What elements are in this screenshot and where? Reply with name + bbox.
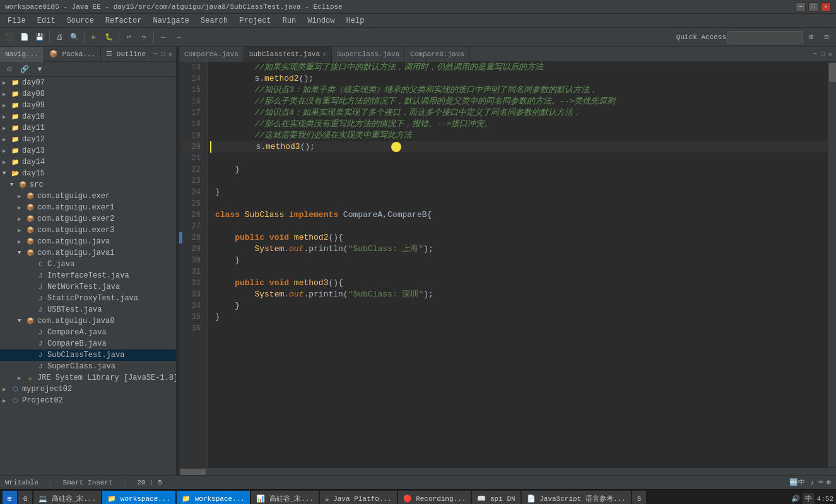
toolbar-btn-print[interactable]: 🖨 xyxy=(52,30,66,44)
editor-tab-subclasstest[interactable]: SubClassTest.java ✕ xyxy=(244,47,332,62)
code-string: "SubClass: 深圳" xyxy=(348,289,424,300)
taskbar-ime-cn[interactable]: 中 xyxy=(803,493,815,504)
editor-close-btn[interactable]: ✕ xyxy=(827,50,833,58)
toolbar-run[interactable]: ▶ xyxy=(87,30,101,44)
menu-help[interactable]: Help xyxy=(341,15,370,27)
tree-item-day14[interactable]: ▶ 📁 day14 xyxy=(0,156,176,168)
close-button[interactable]: ✕ xyxy=(821,3,831,11)
tree-item-pkg-exer[interactable]: ▶ 📦 com.atguigu.exer xyxy=(0,190,176,202)
menu-search[interactable]: Search xyxy=(196,15,233,27)
tab-label-subclasstest: SubClassTest.java xyxy=(249,50,320,58)
editor-tab-superclass[interactable]: SuperClass.java xyxy=(332,47,405,62)
toolbar-forward[interactable]: → xyxy=(172,30,185,44)
code-line-24: } xyxy=(210,187,827,198)
code-string: "SubClass: 上海" xyxy=(348,243,424,255)
taskbar-ppt1[interactable]: 📊 高硅谷_宋... xyxy=(251,491,319,505)
editor-scrollbar[interactable] xyxy=(827,62,836,467)
tree-item-pkg-java[interactable]: ▶ 📦 com.atguigu.java xyxy=(0,236,176,247)
scrollbar-thumb[interactable] xyxy=(829,63,836,82)
tree-item-usbtest[interactable]: J USBTest.java xyxy=(0,304,176,315)
code-text: .println( xyxy=(303,289,348,300)
panel-minimize-btn[interactable]: ─ xyxy=(152,50,158,58)
menu-window[interactable]: Window xyxy=(302,15,339,27)
code-editor[interactable]: 13 14 15 16 17 18 19 20 21 22 23 24 25 2… xyxy=(179,62,836,467)
toolbar-debug[interactable]: 🐛 xyxy=(102,30,116,44)
tree-item-pkg-java1[interactable]: ▼ 📦 com.atguigu.java1 xyxy=(0,247,176,259)
menu-refactor[interactable]: Refactor xyxy=(100,15,147,27)
taskbar-sougou[interactable]: S xyxy=(632,491,647,505)
editor-maximize-btn[interactable]: □ xyxy=(820,50,826,58)
minimize-button[interactable]: ─ xyxy=(796,3,806,11)
toolbar-perspective[interactable]: ⊞ xyxy=(804,30,818,44)
tree-item-subclasstest[interactable]: J SubClassTest.java xyxy=(0,349,176,361)
taskbar-workspace1[interactable]: 📁 workspace... xyxy=(102,491,175,505)
taskbar-recording[interactable]: 🔴 Recording... xyxy=(398,491,471,505)
taskbar-start[interactable]: ⊞ xyxy=(3,491,17,505)
code-content[interactable]: //如果实现类重写了接口中的默认方法，调用时，仍然调用的是重写以后的方法 s.m… xyxy=(208,62,827,467)
tree-item-day07[interactable]: ▶ 📁 day07 xyxy=(0,77,176,88)
toolbar-back[interactable]: ← xyxy=(156,30,170,44)
tree-item-staticproxy[interactable]: J StaticProxyTest.java xyxy=(0,293,176,304)
tree-item-pkg-exer1[interactable]: ▶ 📦 com.atguigu.exer1 xyxy=(0,202,176,213)
taskbar-api[interactable]: 📖 api DN xyxy=(472,491,520,505)
taskbar-workspace2[interactable]: 📁 workspace... xyxy=(177,491,250,505)
tab-package-explorer[interactable]: 📦 Packa... xyxy=(44,47,101,62)
tree-item-day13[interactable]: ▶ 📁 day13 xyxy=(0,145,176,156)
toolbar-btn-2[interactable]: 📄 xyxy=(18,30,32,44)
menu-edit[interactable]: Edit xyxy=(32,15,61,27)
toolbar-redo[interactable]: ↪ xyxy=(137,30,151,44)
toolbar-btn-3[interactable]: 💾 xyxy=(33,30,47,44)
tree-item-day10[interactable]: ▶ 📁 day10 xyxy=(0,111,176,122)
tab-outline[interactable]: ☰ Outline xyxy=(101,47,151,62)
tree-item-day09[interactable]: ▶ 📁 day09 xyxy=(0,100,176,111)
line-num-16: 16 xyxy=(182,96,203,107)
toolbar-perspective-2[interactable]: ⊟ xyxy=(820,30,833,44)
tree-item-myproject02[interactable]: ▶ ⬡ myproject02 xyxy=(0,384,176,395)
menu-source[interactable]: Source xyxy=(62,15,99,27)
panel-close-btn[interactable]: ✕ xyxy=(167,50,174,58)
tree-item-pkg-exer2[interactable]: ▶ 📦 com.atguigu.exer2 xyxy=(0,213,176,225)
h-scrollbar-thumb[interactable] xyxy=(180,469,206,475)
maximize-button[interactable]: □ xyxy=(808,3,818,11)
tree-item-superclass[interactable]: J SuperClass.java xyxy=(0,361,176,372)
java-icon: J xyxy=(35,327,45,337)
toolbar-btn-1[interactable]: ⬛ xyxy=(3,30,16,44)
tree-item-interfacetest[interactable]: J InterfaceTest.java xyxy=(0,270,176,281)
tree-filter-btn[interactable]: ▼ xyxy=(33,62,47,76)
tree-item-day12[interactable]: ▶ 📁 day12 xyxy=(0,134,176,145)
tree-collapse-btn[interactable]: ⊟ xyxy=(3,62,16,76)
tree-item-pkg-exer3[interactable]: ▶ 📦 com.atguigu.exer3 xyxy=(0,225,176,236)
tree-item-day11[interactable]: ▶ 📁 day11 xyxy=(0,122,176,134)
toolbar-btn-5[interactable]: 🔍 xyxy=(68,30,81,44)
editor-minimize-btn[interactable]: ─ xyxy=(812,50,818,58)
taskbar-chrome[interactable]: G xyxy=(18,491,33,505)
tree-link-btn[interactable]: 🔗 xyxy=(18,62,32,76)
quick-access-input[interactable] xyxy=(727,31,803,44)
tree-item-comparea[interactable]: J CompareA.java xyxy=(0,327,176,338)
panel-maximize-btn[interactable]: □ xyxy=(160,50,166,58)
bottom-scrollbar[interactable] xyxy=(179,467,836,475)
tree-item-day15[interactable]: ▼ 📂 day15 xyxy=(0,168,176,179)
menu-project[interactable]: Project xyxy=(234,15,276,27)
tree-item-c-java[interactable]: C C.java xyxy=(0,259,176,270)
tab-close-subclasstest[interactable]: ✕ xyxy=(322,50,326,58)
line-num-29: 29 xyxy=(182,243,203,255)
tree-item-src[interactable]: ▼ 📦 src xyxy=(0,179,176,190)
editor-tab-compareb[interactable]: CompareB.java xyxy=(405,47,470,62)
menu-navigate[interactable]: Navigate xyxy=(148,15,194,27)
tree-item-project02[interactable]: ▶ ⬡ Project02 xyxy=(0,395,176,406)
tree-item-day08[interactable]: ▶ 📁 day08 xyxy=(0,88,176,100)
editor-tab-comparea[interactable]: CompareA.java xyxy=(179,47,244,62)
taskbar-js[interactable]: 📄 JavaScript 语言参考... xyxy=(522,491,631,505)
tree-item-pkg-java8[interactable]: ▼ 📦 com.atguigu.java8 xyxy=(0,315,176,327)
menu-run[interactable]: Run xyxy=(278,15,302,27)
tree-item-jre[interactable]: ▶ ☕ JRE System Library [JavaSE-1.8] xyxy=(0,372,176,384)
taskbar-volume[interactable]: 🔊 xyxy=(791,495,800,503)
tab-navigator[interactable]: Navig... xyxy=(0,47,44,62)
menu-file[interactable]: File xyxy=(3,15,31,27)
tree-item-compareb[interactable]: J CompareB.java xyxy=(0,338,176,349)
tree-item-networktest[interactable]: J NetWorkTest.java xyxy=(0,281,176,293)
taskbar-java[interactable]: ☕ Java Platfo... xyxy=(320,491,397,505)
toolbar-undo[interactable]: ↩ xyxy=(122,30,136,44)
taskbar-app1[interactable]: 💻 高硅谷_宋... xyxy=(33,491,101,505)
